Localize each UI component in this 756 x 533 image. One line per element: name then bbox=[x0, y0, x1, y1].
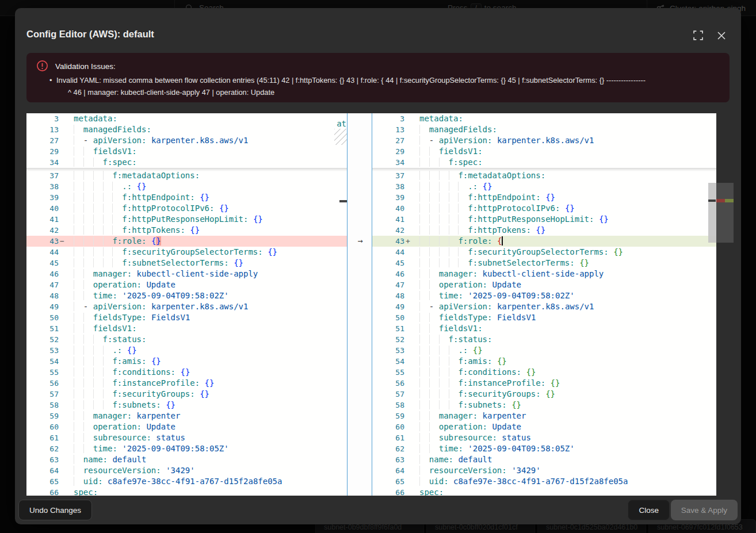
code-line[interactable]: 29 fieldsV1: bbox=[26, 146, 347, 157]
line-number: 52 bbox=[26, 334, 59, 345]
code-line[interactable]: 65 uid: c8afe97e-38cc-4f91-a767-d15f2a8f… bbox=[26, 476, 347, 487]
code-line[interactable]: 37 f:metadataOptions: bbox=[372, 170, 716, 181]
minimap-area bbox=[716, 183, 734, 243]
line-number: 39 bbox=[372, 192, 404, 203]
code-line[interactable]: 34 f:spec: bbox=[26, 157, 347, 168]
line-number: 48 bbox=[372, 290, 404, 301]
config-editor-modal: Config Editor (AWS): default Validation … bbox=[15, 8, 741, 524]
undo-changes-button[interactable]: Undo Changes bbox=[18, 500, 92, 520]
code-line[interactable]: 66spec: bbox=[26, 487, 347, 496]
code-line[interactable]: 53 .: {} bbox=[26, 345, 347, 356]
code-line[interactable]: 54 f:amis: {} bbox=[26, 356, 347, 367]
code-line[interactable]: 40 f:httpProtocolIPv6: {} bbox=[26, 203, 347, 214]
code-line[interactable]: 48 time: '2025-09-04T09:58:02Z' bbox=[26, 290, 347, 301]
code-line[interactable]: 42 f:httpTokens: {} bbox=[372, 225, 716, 236]
code-line[interactable]: 34 f:spec: bbox=[372, 157, 716, 168]
line-number: 45 bbox=[26, 258, 59, 269]
fullscreen-button[interactable] bbox=[693, 30, 703, 40]
code-line[interactable]: 50 fieldsType: FieldsV1 bbox=[372, 312, 716, 323]
code-line[interactable]: 56 f:instanceProfile: {} bbox=[26, 378, 347, 389]
code-line[interactable]: 50 fieldsType: FieldsV1 bbox=[26, 312, 347, 323]
code-line[interactable]: 44 f:securityGroupSelectorTerms: {} bbox=[372, 247, 716, 258]
code-line[interactable]: 41 f:httpPutResponseHopLimit: {} bbox=[26, 214, 347, 225]
code-line[interactable]: 62 time: '2025-09-04T09:58:05Z' bbox=[372, 443, 716, 454]
code-line[interactable]: 46 manager: kubectl-client-side-apply bbox=[26, 269, 347, 279]
code-line[interactable]: 57 f:securityGroups: {} bbox=[372, 389, 716, 400]
code-line[interactable]: 66spec: bbox=[372, 487, 716, 496]
code-line[interactable]: 60 operation: Update bbox=[372, 421, 716, 432]
code-line[interactable]: 43+ f:role: { bbox=[372, 236, 716, 247]
revert-change-arrow[interactable]: → bbox=[353, 236, 367, 247]
line-number: 57 bbox=[372, 389, 404, 400]
code-line[interactable]: 45 f:subnetSelectorTerms: {} bbox=[372, 258, 716, 269]
code-line[interactable]: 59 manager: karpenter bbox=[26, 411, 347, 421]
line-number: 54 bbox=[372, 356, 404, 367]
code-line[interactable]: 49 - apiVersion: karpenter.k8s.aws/v1 bbox=[26, 301, 347, 312]
code-line[interactable]: 47 operation: Update bbox=[372, 279, 716, 290]
code-line[interactable]: 29 fieldsV1: bbox=[372, 146, 716, 157]
code-line[interactable]: 52 f:status: bbox=[26, 334, 347, 345]
code-line[interactable]: 53 .: {} bbox=[372, 345, 716, 356]
code-line[interactable]: 55 f:conditions: {} bbox=[372, 367, 716, 378]
code-line[interactable]: 41 f:httpPutResponseHopLimit: {} bbox=[372, 214, 716, 225]
code-line[interactable]: 61 subresource: status bbox=[372, 432, 716, 443]
code-line[interactable]: 58 f:subnets: {} bbox=[372, 400, 716, 411]
code-line[interactable]: 63 name: default bbox=[372, 454, 716, 465]
code-line[interactable]: 49 - apiVersion: karpenter.k8s.aws/v1 bbox=[372, 301, 716, 312]
code-line[interactable]: 42 f:httpTokens: {} bbox=[26, 225, 347, 236]
line-number: 61 bbox=[26, 432, 59, 443]
code-line[interactable]: 44 f:securityGroupSelectorTerms: {} bbox=[26, 247, 347, 258]
diff-editor-sash[interactable]: → bbox=[347, 113, 372, 496]
code-line[interactable]: 39 f:httpEndpoint: {} bbox=[26, 192, 347, 203]
code-line[interactable]: 3metadata: bbox=[26, 113, 347, 124]
code-line[interactable]: 38 .: {} bbox=[372, 181, 716, 192]
code-line[interactable]: 51 fieldsV1: bbox=[372, 323, 716, 334]
code-line[interactable]: 13 managedFields: bbox=[372, 124, 716, 135]
close-button[interactable]: Close bbox=[628, 500, 670, 520]
modified-pane[interactable]: 3metadata:13 managedFields:27 - apiVersi… bbox=[372, 113, 716, 496]
code-line[interactable]: 27 - apiVersion: karpenter.k8s.aws/v1 bbox=[26, 135, 347, 146]
code-line[interactable]: 46 manager: kubectl-client-side-apply bbox=[372, 269, 716, 279]
code-line[interactable]: 63 name: default bbox=[26, 454, 347, 465]
code-line[interactable]: 59 manager: karpenter bbox=[372, 411, 716, 421]
sticky-scroll-lines: 3metadata:13 managedFields:27 - apiVersi… bbox=[372, 113, 716, 168]
collapsed-region-artifact: at bbox=[337, 118, 346, 129]
code-line[interactable]: 64 resourceVersion: '3429' bbox=[372, 465, 716, 476]
code-line[interactable]: 47 operation: Update bbox=[26, 279, 347, 290]
line-number: 61 bbox=[372, 432, 404, 443]
bullet: • bbox=[49, 74, 52, 86]
original-pane[interactable]: 3metadata:13 managedFields:27 - apiVersi… bbox=[26, 113, 347, 496]
modal-title: Config Editor (AWS): default bbox=[26, 29, 154, 40]
vertical-scrollbar-thumb[interactable] bbox=[708, 183, 716, 243]
yaml-diff-editor[interactable]: 3metadata:13 managedFields:27 - apiVersi… bbox=[26, 113, 716, 496]
code-line[interactable]: 3metadata: bbox=[372, 113, 716, 124]
line-number: 13 bbox=[26, 124, 59, 135]
code-line[interactable]: 38 .: {} bbox=[26, 181, 347, 192]
code-line[interactable]: 45 f:subnetSelectorTerms: {} bbox=[26, 258, 347, 269]
code-line[interactable]: 27 - apiVersion: karpenter.k8s.aws/v1 bbox=[372, 135, 716, 146]
code-line[interactable]: 51 fieldsV1: bbox=[26, 323, 347, 334]
code-line[interactable]: 62 time: '2025-09-04T09:58:05Z' bbox=[26, 443, 347, 454]
code-line[interactable]: 58 f:subnets: {} bbox=[26, 400, 347, 411]
code-line[interactable]: 64 resourceVersion: '3429' bbox=[26, 465, 347, 476]
line-number: 50 bbox=[372, 312, 404, 323]
code-line[interactable]: 40 f:httpProtocolIPv6: {} bbox=[372, 203, 716, 214]
code-line[interactable]: 65 uid: c8afe97e-38cc-4f91-a767-d15f2a8f… bbox=[372, 476, 716, 487]
line-number: 65 bbox=[26, 476, 59, 487]
line-number: 34 bbox=[26, 157, 59, 168]
code-line[interactable]: 57 f:securityGroups: {} bbox=[26, 389, 347, 400]
code-line[interactable]: 37 f:metadataOptions: bbox=[26, 170, 347, 181]
code-line[interactable]: 54 f:amis: {} bbox=[372, 356, 716, 367]
code-line[interactable]: 52 f:status: bbox=[372, 334, 716, 345]
close-icon[interactable] bbox=[717, 30, 726, 40]
code-line[interactable]: 61 subresource: status bbox=[26, 432, 347, 443]
code-line[interactable]: 60 operation: Update bbox=[26, 421, 347, 432]
line-number: 46 bbox=[372, 269, 404, 279]
code-line[interactable]: 48 time: '2025-09-04T09:58:02Z' bbox=[372, 290, 716, 301]
code-line[interactable]: 39 f:httpEndpoint: {} bbox=[372, 192, 716, 203]
code-line[interactable]: 13 managedFields: bbox=[26, 124, 347, 135]
code-line[interactable]: 56 f:instanceProfile: {} bbox=[372, 378, 716, 389]
code-line[interactable]: 55 f:conditions: {} bbox=[26, 367, 347, 378]
code-line[interactable]: 43− f:role: {} bbox=[26, 236, 347, 247]
line-number: 39 bbox=[26, 192, 59, 203]
